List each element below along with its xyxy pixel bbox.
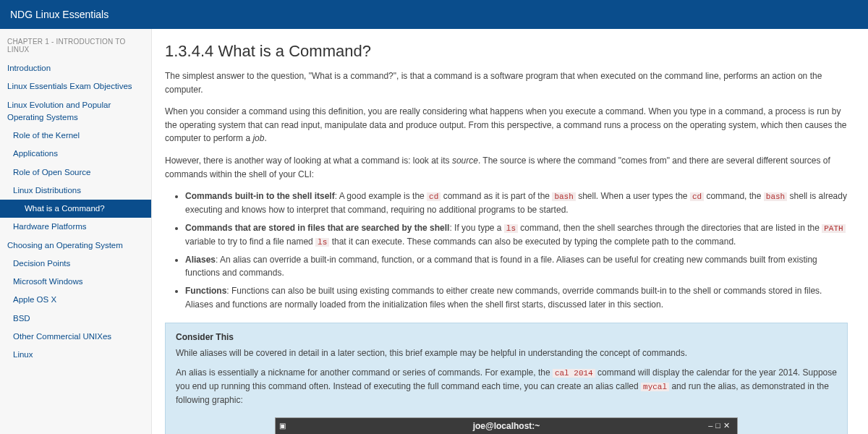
sidebar-item[interactable]: Linux bbox=[0, 346, 151, 364]
list-item: Commands that are stored in files that a… bbox=[185, 221, 848, 249]
sidebar-item[interactable]: Microsoft Windows bbox=[0, 273, 151, 291]
sidebar-item[interactable]: What is a Command? bbox=[0, 200, 151, 218]
callout-title: Consider This bbox=[176, 332, 837, 342]
sidebar-item[interactable]: Linux Essentials Exam Objectives bbox=[0, 77, 151, 95]
intro-paragraph-1: The simplest answer to the question, "Wh… bbox=[165, 69, 848, 96]
main-container: CHAPTER 1 - INTRODUCTION TO LINUX Introd… bbox=[0, 29, 868, 434]
maximize-icon[interactable]: □ bbox=[715, 421, 723, 430]
window-controls: –□✕ bbox=[708, 421, 733, 430]
terminal-title: joe@localhost:~ bbox=[276, 421, 737, 431]
consider-this-callout: Consider This While aliases will be cove… bbox=[165, 323, 848, 434]
chapter-label: CHAPTER 1 - INTRODUCTION TO LINUX bbox=[0, 35, 151, 59]
list-item: Functions: Functions can also be built u… bbox=[185, 284, 848, 311]
sidebar-item[interactable]: Hardware Platforms bbox=[0, 218, 151, 236]
sidebar-item[interactable]: Apple OS X bbox=[0, 291, 151, 309]
command-sources-list: Commands built-in to the shell itself: A… bbox=[185, 190, 848, 311]
list-item: Aliases: An alias can override a built-i… bbox=[185, 253, 848, 280]
intro-paragraph-2: When you consider a command using this d… bbox=[165, 105, 848, 145]
intro-paragraph-3: However, there is another way of looking… bbox=[165, 154, 848, 181]
sidebar-item[interactable]: Decision Points bbox=[0, 255, 151, 273]
sidebar-item[interactable]: BSD bbox=[0, 310, 151, 328]
app-header: NDG Linux Essentials bbox=[0, 0, 868, 29]
sidebar-item[interactable]: Linux Distributions bbox=[0, 182, 151, 200]
sidebar-item[interactable]: Introduction bbox=[0, 59, 151, 77]
article-content: 1.3.4.4 What is a Command? The simplest … bbox=[152, 29, 868, 434]
sidebar-item[interactable]: Other Commercial UNIXes bbox=[0, 328, 151, 346]
nav-list: IntroductionLinux Essentials Exam Object… bbox=[0, 59, 151, 364]
app-title: NDG Linux Essentials bbox=[10, 9, 109, 20]
sidebar-item[interactable]: Choosing an Operating System bbox=[0, 237, 151, 255]
sidebar-item[interactable]: Role of the Kernel bbox=[0, 127, 151, 145]
terminal-screenshot: ▣ joe@localhost:~ –□✕ FileEditViewSearch… bbox=[275, 417, 738, 434]
sidebar-item[interactable]: Linux Evolution and Popular Operating Sy… bbox=[0, 96, 151, 127]
callout-paragraph-1: While aliases will be covered in detail … bbox=[176, 346, 837, 360]
sidebar-item[interactable]: Role of Open Source bbox=[0, 163, 151, 182]
close-icon[interactable]: ✕ bbox=[723, 421, 733, 430]
sidebar-item[interactable]: Applications bbox=[0, 145, 151, 163]
minimize-icon[interactable]: – bbox=[708, 421, 715, 430]
list-item: Commands built-in to the shell itself: A… bbox=[185, 190, 848, 217]
sidebar: CHAPTER 1 - INTRODUCTION TO LINUX Introd… bbox=[0, 29, 152, 434]
page-title: 1.3.4.4 What is a Command? bbox=[165, 42, 848, 61]
callout-paragraph-2: An alias is essentially a nickname for a… bbox=[176, 366, 837, 407]
terminal-titlebar: ▣ joe@localhost:~ –□✕ bbox=[276, 418, 737, 434]
